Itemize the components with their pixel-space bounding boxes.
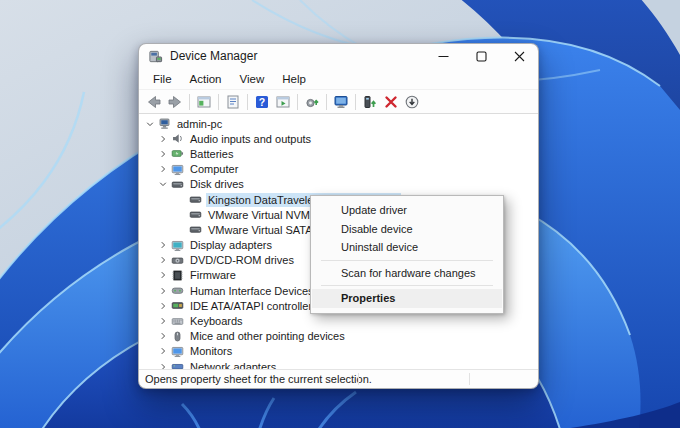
- maximize-button[interactable]: [462, 44, 500, 68]
- context-menu-item-properties[interactable]: Properties: [312, 289, 502, 308]
- tree-item-label: Computer: [188, 162, 241, 176]
- tree-item-label: Monitors: [188, 344, 235, 358]
- hid-device-icon: [171, 284, 184, 297]
- device-manager-app-icon: [148, 49, 163, 64]
- context-menu-item-update-driver[interactable]: Update driver: [312, 201, 502, 220]
- chevron-down-icon[interactable]: [158, 179, 168, 189]
- dvd-drive-icon: [171, 254, 184, 267]
- title-bar[interactable]: Device Manager: [139, 44, 538, 68]
- tree-item-monitors[interactable]: Monitors: [139, 344, 538, 359]
- tree-item-label: admin-pc: [175, 117, 225, 131]
- disk-drive-icon: [189, 193, 202, 206]
- network-adapter-icon: [171, 360, 184, 369]
- tree-item-computer[interactable]: Computer: [139, 162, 538, 177]
- forward-icon: [167, 94, 183, 110]
- help-button[interactable]: [252, 92, 272, 112]
- tree-item-label: IDE ATA/ATAPI controllers: [188, 299, 321, 313]
- tree-item-disk-drives[interactable]: Disk drives: [139, 177, 538, 192]
- chevron-right-icon[interactable]: [158, 240, 168, 250]
- minimize-icon: [438, 51, 449, 62]
- battery-icon: [171, 147, 184, 160]
- chevron-right-icon[interactable]: [158, 362, 168, 369]
- back-button[interactable]: [144, 92, 164, 112]
- window-title: Device Manager: [170, 49, 257, 63]
- forward-button[interactable]: [165, 92, 185, 112]
- computer-icon: [158, 117, 171, 130]
- context-menu: Update driver Disable device Uninstall d…: [310, 195, 504, 314]
- tree-item-keyboards[interactable]: Keyboards: [139, 313, 538, 328]
- show-action-pane-button[interactable]: [273, 92, 293, 112]
- update-driver-button[interactable]: [302, 92, 322, 112]
- ide-controller-icon: [171, 299, 184, 312]
- menu-action[interactable]: Action: [181, 71, 231, 87]
- context-menu-separator: [321, 260, 493, 261]
- action-pane-icon: [275, 94, 291, 110]
- tree-item-label: Human Interface Devices: [188, 284, 317, 298]
- status-bar-divider: [358, 373, 359, 385]
- minimize-button[interactable]: [424, 44, 462, 68]
- tree-item-label: Firmware: [188, 268, 239, 282]
- window-controls: [424, 44, 538, 68]
- close-icon: [514, 51, 525, 62]
- chevron-right-icon[interactable]: [158, 346, 168, 356]
- toolbar-separator: [297, 94, 298, 110]
- tree-item-batteries[interactable]: Batteries: [139, 146, 538, 161]
- device-driver-button[interactable]: [360, 92, 380, 112]
- chevron-right-icon[interactable]: [158, 270, 168, 280]
- chevron-down-icon[interactable]: [145, 119, 155, 129]
- status-text: Opens property sheet for the current sel…: [145, 373, 372, 385]
- tree-item-audio-inputs[interactable]: Audio inputs and outputs: [139, 131, 538, 146]
- toolbar-separator: [189, 94, 190, 110]
- properties-button[interactable]: [223, 92, 243, 112]
- tree-item-label: Keyboards: [188, 314, 246, 328]
- disk-drive-icon: [189, 223, 202, 236]
- chevron-right-icon[interactable]: [158, 134, 168, 144]
- uninstall-device-button[interactable]: [381, 92, 401, 112]
- menu-file[interactable]: File: [144, 71, 181, 87]
- monitor-icon: [171, 163, 184, 176]
- tree-item-label: Mice and other pointing devices: [188, 329, 348, 343]
- tree-item-label: VMware Virtual SATA H: [206, 223, 326, 237]
- menu-help[interactable]: Help: [273, 71, 315, 87]
- chevron-right-icon[interactable]: [158, 316, 168, 326]
- chevron-right-icon[interactable]: [158, 331, 168, 341]
- update-driver-icon: [304, 94, 320, 110]
- chevron-right-icon[interactable]: [158, 164, 168, 174]
- chevron-right-icon[interactable]: [158, 301, 168, 311]
- tree-item-label: Batteries: [188, 147, 236, 161]
- maximize-icon: [476, 51, 487, 62]
- chevron-right-icon[interactable]: [158, 255, 168, 265]
- tree-item-label: Display adapters: [188, 238, 275, 252]
- firmware-chip-icon: [171, 269, 184, 282]
- scan-hardware-button[interactable]: [331, 92, 351, 112]
- mouse-icon: [171, 330, 184, 343]
- toolbar-separator: [355, 94, 356, 110]
- chevron-right-icon[interactable]: [158, 149, 168, 159]
- tree-item-label: Disk drives: [188, 177, 247, 191]
- monitor-icon: [171, 345, 184, 358]
- uninstall-device-icon: [383, 94, 399, 110]
- context-menu-item-uninstall-device[interactable]: Uninstall device: [312, 238, 502, 257]
- tree-item-label: DVD/CD-ROM drives: [188, 253, 297, 267]
- tree-item-network-adapters[interactable]: Network adapters: [139, 359, 538, 369]
- console-tree-icon: [196, 94, 212, 110]
- disable-device-icon: [404, 94, 420, 110]
- help-icon: [254, 94, 270, 110]
- context-menu-item-scan-hardware[interactable]: Scan for hardware changes: [312, 264, 502, 283]
- disable-device-button[interactable]: [402, 92, 422, 112]
- status-bar: Opens property sheet for the current sel…: [139, 369, 538, 388]
- show-console-tree-button[interactable]: [194, 92, 214, 112]
- scan-hardware-icon: [333, 94, 349, 110]
- menu-view[interactable]: View: [231, 71, 274, 87]
- close-button[interactable]: [500, 44, 538, 68]
- chevron-right-icon[interactable]: [158, 286, 168, 296]
- disk-drive-icon: [189, 208, 202, 221]
- tree-item-admin-pc[interactable]: admin-pc: [139, 116, 538, 131]
- context-menu-item-disable-device[interactable]: Disable device: [312, 220, 502, 239]
- toolbar-separator: [326, 94, 327, 110]
- keyboard-icon: [171, 315, 184, 328]
- tree-item-mice[interactable]: Mice and other pointing devices: [139, 329, 538, 344]
- properties-icon: [225, 94, 241, 110]
- disk-drive-icon: [171, 178, 184, 191]
- tree-item-label: VMware Virtual NVMe: [206, 208, 319, 222]
